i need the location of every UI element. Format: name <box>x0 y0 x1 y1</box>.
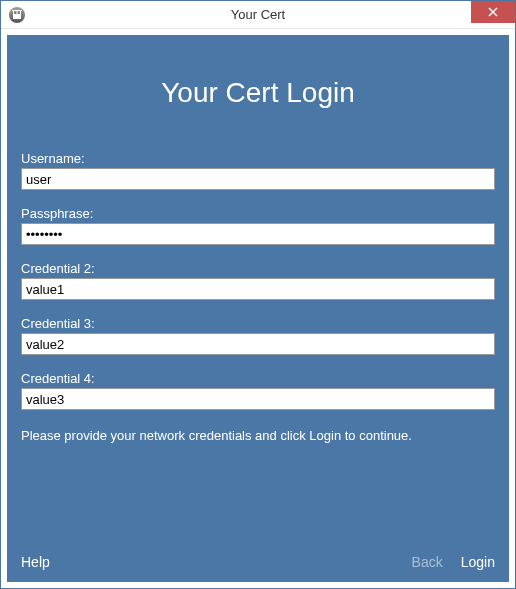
credential-4-label: Credential 4: <box>21 371 495 386</box>
close-icon <box>488 7 498 17</box>
page-title: Your Cert Login <box>21 77 495 109</box>
svg-rect-3 <box>20 11 21 15</box>
login-button[interactable]: Login <box>461 554 495 570</box>
help-link[interactable]: Help <box>21 554 50 570</box>
field-credential-3: Credential 3: <box>21 316 495 355</box>
passphrase-input[interactable] <box>21 223 495 245</box>
instruction-text: Please provide your network credentials … <box>21 428 495 443</box>
passphrase-label: Passphrase: <box>21 206 495 221</box>
credential-2-input[interactable] <box>21 278 495 300</box>
credential-3-input[interactable] <box>21 333 495 355</box>
field-credential-4: Credential 4: <box>21 371 495 410</box>
app-icon <box>9 7 25 23</box>
username-input[interactable] <box>21 168 495 190</box>
content-area: Your Cert Login Username: Passphrase: Cr… <box>1 29 515 588</box>
login-panel: Your Cert Login Username: Passphrase: Cr… <box>7 35 509 582</box>
credential-2-label: Credential 2: <box>21 261 495 276</box>
svg-rect-2 <box>17 11 18 15</box>
field-passphrase: Passphrase: <box>21 206 495 245</box>
credential-4-input[interactable] <box>21 388 495 410</box>
window-title: Your Cert <box>1 7 515 22</box>
username-label: Username: <box>21 151 495 166</box>
field-username: Username: <box>21 151 495 190</box>
footer-bar: Help Back Login <box>21 554 495 570</box>
back-button: Back <box>412 554 443 570</box>
svg-rect-4 <box>12 10 22 11</box>
app-window: Your Cert Your Cert Login Username: Pass… <box>0 0 516 589</box>
svg-rect-1 <box>13 11 14 15</box>
titlebar: Your Cert <box>1 1 515 29</box>
login-form: Username: Passphrase: Credential 2: Cred… <box>21 151 495 418</box>
credential-3-label: Credential 3: <box>21 316 495 331</box>
close-button[interactable] <box>471 1 515 23</box>
field-credential-2: Credential 2: <box>21 261 495 300</box>
